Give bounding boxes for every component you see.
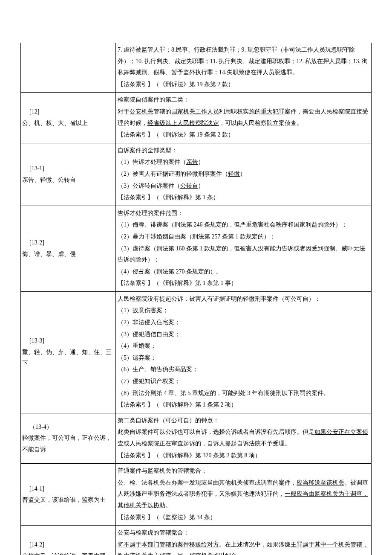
content-line: （4）侵占案（刑法第 270 条规定的）。 (118, 266, 369, 278)
content-line: 公、检、法各机关在办案中发现应当由其他机关侦查或调查的案件，应当移送至该机关。被… (118, 477, 369, 511)
table-row: [13-1]亲告、轻微、公转自自诉案件的全部类型：（1）告诉才处理的案件（亲告）… (21, 143, 372, 206)
content-line: （1）侮辱、诽谤案（刑法第 246 条规定的，但严重危害社会秩序和国家利益的除外… (118, 219, 369, 231)
row-hint: 重、轻、伪、弃、通、知、住、三下 (22, 347, 114, 369)
content-line: 此类自诉案件可以公诉也可以自诉，选择公诉或者自诉没有先后顺序。但是如果公安正在立… (118, 427, 369, 449)
law-reference: 【法条索引】（《刑诉解释》第 1 条第 2 项） (118, 399, 369, 411)
law-reference: 【法条索引】（《刑诉法》第 19 条第 2 款） (118, 129, 369, 141)
law-reference: 【法条索引】（《刑诉解释》第 1 条第 1 事） (118, 278, 369, 289)
content-line: 告诉才处理的案件范围： (118, 208, 369, 219)
row-hint: 公检交叉，该谁给谁，再看主罪 (22, 551, 114, 555)
row-content-cell: 人民检察院没有提起公诉，被害人有证据证明的轻微刑事案件（可公可自）：（1）故意伤… (116, 291, 372, 413)
law-reference: 【法条索引】（《监察法》第 34 条） (118, 512, 369, 523)
row-key: [13-2] (22, 237, 114, 249)
content-line: （5）遗弃案； (118, 352, 369, 364)
content-line: （3）公诉转自诉案件（公转自） (118, 180, 369, 192)
row-hint: 公、机、权、大、省以上 (22, 118, 114, 129)
content-line: 7. 虐待被监管人罪；8.民事、行政枉法裁判罪；9. 玩忽职守罪（非司法工作人员… (118, 44, 369, 78)
content-line: （6）生产、销售伪劣商品案； (118, 364, 369, 375)
row-hint: 轻微案件，可公可自，正在公诉，不能自诉 (22, 433, 114, 455)
table-row: 7. 虐待被监管人罪；8.民事、行政枉法裁判罪；9. 玩忽职守罪（非司法工作人员… (21, 43, 372, 93)
content-line: 普通案件与监察机关的管辖竞合： (118, 465, 369, 477)
table-row: [13-2]侮、诽、暴、虐、侵告诉才处理的案件范围：（1）侮辱、诽谤案（刑法第 … (21, 206, 372, 291)
row-content-cell: 第二类自诉案件（可公可自）的钟点：此类自诉案件可以公诉也可以自诉，选择公诉或者自… (116, 413, 372, 463)
row-key-cell: [14-1]普监交叉，该谁给谁，监察为主 (21, 464, 116, 526)
row-key: （13-4） (22, 421, 114, 433)
table-row: [14-2]公检交叉，该谁给谁，再看主罪公安与检察虎的管辖竞合：将不属于本部门管… (21, 526, 372, 555)
content-line: （8）刑法分则第 4 章、第 5 章规定的，可能判处 3 年有期徒刑以下刑罚的案… (118, 388, 369, 399)
content-line: （1）告诉才处理的案件（亲告） (118, 157, 369, 168)
row-content-cell: 检察院自侦案件的第二类：对于公安机关管辖的国家机关工作人员利用职权实施的重大犯罪… (116, 93, 372, 143)
row-key: [14-1] (22, 483, 114, 495)
law-reference: 【法条索引】（《刑诉法》第 19 条第 2 款） (118, 79, 369, 90)
content-line: 自诉案件的全部类型： (118, 145, 369, 157)
content-line: （2）被害人有证据证明的轻微刑事案件（轻微） (118, 169, 369, 180)
table-row: [14-1]普监交叉，该谁给谁，监察为主普通案件与监察机关的管辖竞合：公、检、法… (21, 464, 372, 526)
content-line: 人民检察院没有提起公诉，被害人有证据证明的轻微刑事案件（可公可自）： (118, 293, 369, 305)
row-key: [12] (22, 106, 114, 118)
content-line: （4）重婚案； (118, 340, 369, 352)
content-line: 第二类自诉案件（可公可自）的钟点： (118, 415, 369, 427)
row-key: [14-2] (22, 539, 114, 551)
row-content-cell: 自诉案件的全部类型：（1）告诉才处理的案件（亲告）（2）被害人有证据证明的轻微刑… (116, 143, 372, 206)
row-key: [13-3] (22, 335, 114, 347)
content-line: 将不属于本部门管辖的案件移送给对方。在上述情况中，如果涉嫌主罪属于其中一个机关管… (118, 539, 369, 555)
law-reference: 【法条索引】（《刑诉解释》第 320 条第 2 款第 8 项） (118, 450, 369, 462)
content-line: （1）故意伤害案； (118, 305, 369, 317)
law-reference: 【法条索引】（《刑诉解释》第 1 条） (118, 192, 369, 203)
row-key: [13-1] (22, 163, 114, 174)
row-hint: 侮、诽、暴、虐、侵 (22, 249, 114, 260)
row-key-cell: [13-2]侮、诽、暴、虐、侵 (21, 206, 116, 291)
row-key-cell: [14-2]公检交叉，该谁给谁，再看主罪 (21, 526, 116, 555)
row-key-cell (21, 43, 116, 93)
row-key-cell: [12]公、机、权、大、省以上 (21, 93, 116, 143)
table-row: [13-3]重、轻、伪、弃、通、知、住、三下人民检察院没有提起公诉，被害人有证据… (21, 291, 372, 413)
content-line: 对于公安机关管辖的国家机关工作人员利用职权实施的重大犯罪案件，需要由人民检察院直… (118, 106, 369, 129)
row-content-cell: 7. 虐待被监管人罪；8.民事、行政枉法裁判罪；9. 玩忽职守罪（非司法工作人员… (116, 43, 372, 93)
law-table: 7. 虐待被监管人罪；8.民事、行政枉法裁判罪；9. 玩忽职守罪（非司法工作人员… (20, 43, 372, 555)
table-row: （13-4）轻微案件，可公可自，正在公诉，不能自诉第二类自诉案件（可公可自）的钟… (21, 413, 372, 463)
row-hint: 普监交叉，该谁给谁，监察为主 (22, 494, 114, 506)
row-key-cell: [13-1]亲告、轻微、公转自 (21, 143, 116, 206)
content-line: 检察院自侦案件的第二类： (118, 94, 369, 106)
row-hint: 亲告、轻微、公转自 (22, 174, 114, 186)
row-content-cell: 普通案件与监察机关的管辖竞合：公、检、法各机关在办案中发现应当由其他机关侦查或调… (116, 464, 372, 526)
content-line: （3）虐待案（刑法第 160 条第 1 款规定的，但被害人没有能力告诉或者因受到… (118, 243, 369, 266)
row-key-cell: （13-4）轻微案件，可公可自，正在公诉，不能自诉 (21, 413, 116, 463)
content-line: 公安与检察虎的管辖竞合： (118, 527, 369, 539)
content-line: （2）暴力干涉婚姻自由案（刑法第 257 条第 1 款规定的）； (118, 231, 369, 243)
table-row: [12]公、机、权、大、省以上检察院自侦案件的第二类：对于公安机关管辖的国家机关… (21, 93, 372, 143)
content-line: （3）侵犯通信自由案； (118, 329, 369, 340)
row-content-cell: 告诉才处理的案件范围：（1）侮辱、诽谤案（刑法第 246 条规定的，但严重危害社… (116, 206, 372, 291)
row-content-cell: 公安与检察虎的管辖竞合：将不属于本部门管辖的案件移送给对方。在上述情况中，如果涉… (116, 526, 372, 555)
content-line: （2）非法侵入住宅案； (118, 317, 369, 328)
row-key-cell: [13-3]重、轻、伪、弃、通、知、住、三下 (21, 291, 116, 413)
content-line: （7）侵犯知识产权案； (118, 376, 369, 387)
